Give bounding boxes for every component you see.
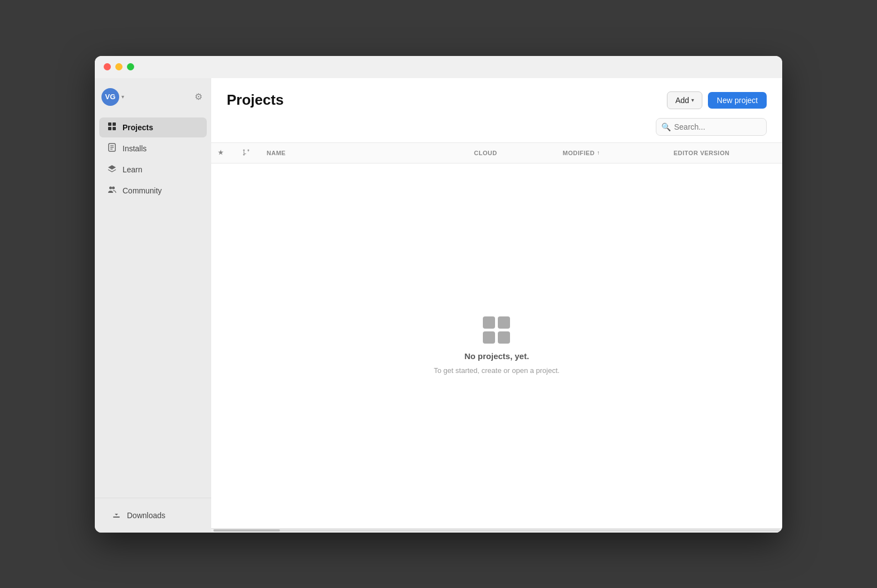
- chevron-down-icon: ▾: [121, 94, 124, 100]
- add-chevron-icon: ▾: [691, 97, 694, 103]
- svg-point-11: [243, 149, 245, 151]
- col-name: NAME: [262, 143, 470, 163]
- main-window: VG ▾ ⚙ Projects: [95, 56, 782, 533]
- search-input[interactable]: [656, 118, 767, 136]
- add-button-label: Add: [675, 96, 689, 105]
- search-icon: 🔍: [661, 122, 671, 131]
- col-star[interactable]: ★: [213, 143, 238, 163]
- learn-icon: [107, 164, 117, 175]
- svg-point-9: [112, 186, 115, 189]
- col-branch: [238, 143, 262, 163]
- scrollbar-track: [213, 529, 780, 531]
- table-header: ★ NAME CLOUD MO: [211, 142, 782, 163]
- add-button[interactable]: Add ▾: [667, 91, 702, 109]
- svg-rect-1: [113, 122, 116, 126]
- downloads-icon: [111, 510, 121, 521]
- empty-icon-sq1: [483, 316, 495, 329]
- app-body: VG ▾ ⚙ Projects: [95, 78, 782, 533]
- new-project-button[interactable]: New project: [708, 92, 767, 109]
- community-icon: [107, 185, 117, 196]
- modified-label: MODIFIED: [563, 150, 595, 156]
- svg-point-8: [109, 186, 112, 189]
- page-title: Projects: [227, 91, 284, 109]
- empty-icon-sq3: [483, 331, 495, 344]
- installs-icon: [107, 143, 117, 154]
- avatar: VG: [101, 88, 119, 106]
- star-icon: ★: [218, 149, 224, 156]
- sidebar-item-label-projects: Projects: [123, 123, 153, 132]
- col-cloud: CLOUD: [470, 143, 558, 163]
- sidebar-item-label-downloads: Downloads: [127, 511, 165, 520]
- empty-icon-sq4: [498, 331, 510, 344]
- sidebar: VG ▾ ⚙ Projects: [95, 78, 211, 533]
- search-bar-row: 🔍: [211, 118, 782, 142]
- branch-icon: [242, 149, 250, 157]
- sort-arrow-icon: ↑: [597, 150, 600, 156]
- nav-downloads[interactable]: Downloads: [104, 505, 202, 525]
- projects-icon: [107, 122, 117, 133]
- main-header: Projects Add ▾ New project: [211, 78, 782, 118]
- minimize-button[interactable]: [115, 63, 123, 70]
- empty-icon-sq2: [498, 316, 510, 329]
- table-body: No projects, yet. To get started, create…: [211, 163, 782, 528]
- sidebar-bottom: Downloads: [95, 498, 211, 533]
- nav-learn[interactable]: Learn: [99, 160, 207, 180]
- svg-rect-3: [113, 127, 116, 130]
- header-actions: Add ▾ New project: [667, 91, 767, 109]
- search-wrapper: 🔍: [656, 118, 767, 136]
- close-button[interactable]: [104, 63, 111, 70]
- empty-state: No projects, yet. To get started, create…: [434, 316, 560, 375]
- svg-point-12: [248, 149, 249, 151]
- sidebar-item-label-learn: Learn: [123, 165, 142, 174]
- scrollbar-area: [211, 528, 782, 533]
- svg-rect-0: [108, 122, 111, 126]
- sidebar-item-label-community: Community: [123, 186, 162, 195]
- sidebar-spacer: [95, 201, 211, 498]
- settings-button[interactable]: ⚙: [192, 89, 205, 104]
- col-editor-version: EDITOR VERSION: [669, 143, 780, 163]
- empty-icon: [483, 316, 510, 344]
- nav-community[interactable]: Community: [99, 181, 207, 201]
- main-content: Projects Add ▾ New project 🔍 ★: [211, 78, 782, 533]
- nav-projects[interactable]: Projects: [99, 117, 207, 137]
- sidebar-top: VG ▾ ⚙: [95, 84, 211, 110]
- maximize-button[interactable]: [127, 63, 134, 70]
- traffic-lights: [104, 63, 134, 70]
- titlebar: [95, 56, 782, 78]
- col-modified[interactable]: MODIFIED ↑: [558, 143, 669, 163]
- scrollbar-thumb[interactable]: [213, 529, 280, 531]
- nav-installs[interactable]: Installs: [99, 139, 207, 158]
- svg-rect-2: [108, 127, 111, 130]
- sidebar-item-label-installs: Installs: [123, 144, 147, 153]
- svg-rect-10: [113, 517, 120, 518]
- empty-state-title: No projects, yet.: [465, 351, 529, 361]
- empty-state-subtitle: To get started, create or open a project…: [434, 366, 560, 375]
- user-section[interactable]: VG ▾: [101, 88, 124, 106]
